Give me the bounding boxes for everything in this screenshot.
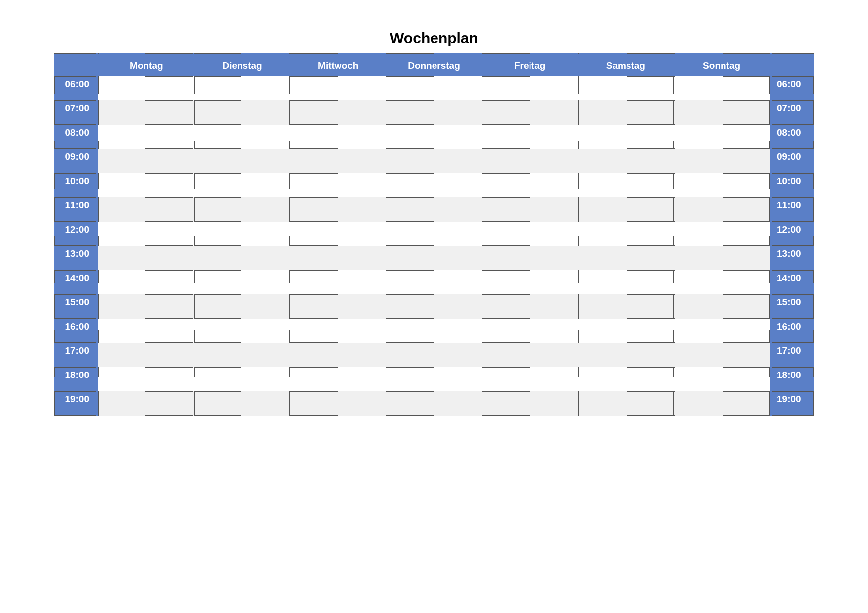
schedule-cell[interactable] bbox=[98, 246, 194, 270]
schedule-cell[interactable] bbox=[290, 294, 386, 319]
schedule-cell[interactable] bbox=[674, 100, 770, 125]
schedule-cell[interactable] bbox=[674, 294, 770, 319]
schedule-cell[interactable] bbox=[98, 343, 194, 367]
schedule-cell[interactable] bbox=[674, 319, 770, 343]
schedule-cell[interactable] bbox=[578, 391, 674, 416]
schedule-cell[interactable] bbox=[194, 100, 290, 125]
schedule-cell[interactable] bbox=[194, 197, 290, 222]
schedule-cell[interactable] bbox=[578, 197, 674, 222]
schedule-cell[interactable] bbox=[386, 343, 482, 367]
schedule-cell[interactable] bbox=[578, 100, 674, 125]
schedule-cell[interactable] bbox=[674, 197, 770, 222]
schedule-cell[interactable] bbox=[674, 391, 770, 416]
schedule-cell[interactable] bbox=[386, 246, 482, 270]
schedule-cell[interactable] bbox=[194, 246, 290, 270]
schedule-cell[interactable] bbox=[290, 197, 386, 222]
schedule-cell[interactable] bbox=[482, 270, 578, 294]
schedule-cell[interactable] bbox=[578, 246, 674, 270]
schedule-cell[interactable] bbox=[98, 76, 194, 100]
schedule-cell[interactable] bbox=[482, 125, 578, 149]
schedule-cell[interactable] bbox=[290, 173, 386, 197]
schedule-cell[interactable] bbox=[482, 391, 578, 416]
schedule-cell[interactable] bbox=[578, 222, 674, 246]
schedule-cell[interactable] bbox=[98, 367, 194, 391]
schedule-cell[interactable] bbox=[98, 100, 194, 125]
schedule-cell[interactable] bbox=[674, 270, 770, 294]
schedule-cell[interactable] bbox=[482, 197, 578, 222]
schedule-cell[interactable] bbox=[386, 125, 482, 149]
schedule-cell[interactable] bbox=[290, 149, 386, 173]
schedule-cell[interactable] bbox=[194, 222, 290, 246]
schedule-cell[interactable] bbox=[98, 319, 194, 343]
schedule-cell[interactable] bbox=[482, 173, 578, 197]
schedule-cell[interactable] bbox=[194, 391, 290, 416]
schedule-cell[interactable] bbox=[482, 319, 578, 343]
schedule-cell[interactable] bbox=[290, 391, 386, 416]
schedule-cell[interactable] bbox=[290, 222, 386, 246]
schedule-cell[interactable] bbox=[578, 76, 674, 100]
schedule-cell[interactable] bbox=[290, 125, 386, 149]
schedule-cell[interactable] bbox=[98, 197, 194, 222]
schedule-cell[interactable] bbox=[386, 100, 482, 125]
schedule-cell[interactable] bbox=[674, 149, 770, 173]
schedule-cell[interactable] bbox=[290, 100, 386, 125]
schedule-cell[interactable] bbox=[578, 173, 674, 197]
schedule-cell[interactable] bbox=[578, 319, 674, 343]
schedule-cell[interactable] bbox=[194, 294, 290, 319]
schedule-cell[interactable] bbox=[578, 149, 674, 173]
schedule-cell[interactable] bbox=[194, 270, 290, 294]
schedule-cell[interactable] bbox=[194, 173, 290, 197]
schedule-cell[interactable] bbox=[674, 125, 770, 149]
schedule-cell[interactable] bbox=[194, 319, 290, 343]
schedule-cell[interactable] bbox=[482, 367, 578, 391]
schedule-cell[interactable] bbox=[482, 76, 578, 100]
schedule-cell[interactable] bbox=[194, 125, 290, 149]
schedule-cell[interactable] bbox=[290, 270, 386, 294]
schedule-cell[interactable] bbox=[674, 222, 770, 246]
schedule-cell[interactable] bbox=[386, 270, 482, 294]
schedule-cell[interactable] bbox=[674, 246, 770, 270]
schedule-cell[interactable] bbox=[98, 391, 194, 416]
schedule-cell[interactable] bbox=[482, 222, 578, 246]
schedule-cell[interactable] bbox=[290, 246, 386, 270]
schedule-cell[interactable] bbox=[578, 294, 674, 319]
schedule-cell[interactable] bbox=[194, 367, 290, 391]
schedule-cell[interactable] bbox=[482, 343, 578, 367]
time-label-right: 07:00 bbox=[770, 100, 814, 125]
schedule-cell[interactable] bbox=[386, 173, 482, 197]
schedule-cell[interactable] bbox=[290, 367, 386, 391]
schedule-cell[interactable] bbox=[386, 391, 482, 416]
schedule-cell[interactable] bbox=[98, 222, 194, 246]
schedule-cell[interactable] bbox=[674, 367, 770, 391]
schedule-cell[interactable] bbox=[98, 294, 194, 319]
schedule-cell[interactable] bbox=[194, 343, 290, 367]
schedule-cell[interactable] bbox=[386, 222, 482, 246]
schedule-cell[interactable] bbox=[194, 76, 290, 100]
schedule-cell[interactable] bbox=[290, 343, 386, 367]
schedule-cell[interactable] bbox=[98, 125, 194, 149]
time-label-right: 19:00 bbox=[770, 391, 814, 416]
schedule-cell[interactable] bbox=[674, 76, 770, 100]
schedule-cell[interactable] bbox=[98, 149, 194, 173]
schedule-cell[interactable] bbox=[98, 270, 194, 294]
schedule-cell[interactable] bbox=[674, 343, 770, 367]
schedule-cell[interactable] bbox=[290, 76, 386, 100]
schedule-cell[interactable] bbox=[482, 294, 578, 319]
schedule-cell[interactable] bbox=[578, 367, 674, 391]
schedule-cell[interactable] bbox=[98, 173, 194, 197]
schedule-cell[interactable] bbox=[578, 125, 674, 149]
schedule-cell[interactable] bbox=[482, 100, 578, 125]
schedule-cell[interactable] bbox=[290, 319, 386, 343]
schedule-cell[interactable] bbox=[386, 197, 482, 222]
schedule-cell[interactable] bbox=[578, 270, 674, 294]
schedule-cell[interactable] bbox=[386, 319, 482, 343]
schedule-cell[interactable] bbox=[578, 343, 674, 367]
schedule-cell[interactable] bbox=[482, 149, 578, 173]
schedule-cell[interactable] bbox=[386, 149, 482, 173]
schedule-cell[interactable] bbox=[386, 76, 482, 100]
schedule-cell[interactable] bbox=[194, 149, 290, 173]
schedule-cell[interactable] bbox=[386, 294, 482, 319]
schedule-cell[interactable] bbox=[674, 173, 770, 197]
schedule-cell[interactable] bbox=[482, 246, 578, 270]
schedule-cell[interactable] bbox=[386, 367, 482, 391]
